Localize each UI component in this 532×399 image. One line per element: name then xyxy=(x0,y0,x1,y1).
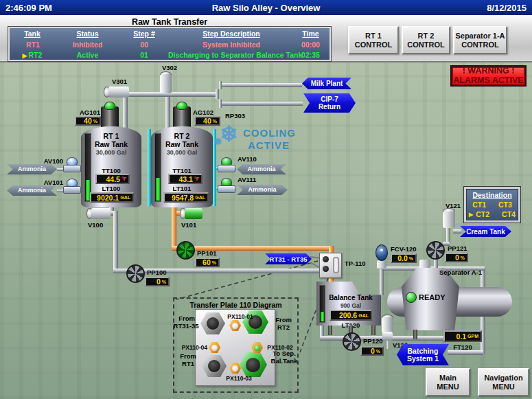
snowflake-icon: ❄ xyxy=(220,121,238,147)
pipe-end-flange xyxy=(216,89,219,99)
destination-marker-icon: ▶ xyxy=(469,212,473,218)
rt2-name: RT 2 xyxy=(151,132,213,140)
v100-valve[interactable] xyxy=(91,208,111,219)
ft120-flow-display: 0.1GPM xyxy=(443,330,482,342)
snowflake-small-icon: ❅ xyxy=(214,136,222,147)
av110-valve[interactable] xyxy=(218,165,235,172)
cooling-status-line1: COOLING xyxy=(243,127,296,139)
rt1-inlet-drop-pipe xyxy=(123,97,128,132)
cip-return-pipe xyxy=(220,102,303,106)
ft120-label: FT120 xyxy=(448,343,478,351)
port-to-sep-bal-tank-opening xyxy=(246,358,260,372)
destination-row-2: ▶ CT2 CT4 xyxy=(466,210,518,218)
cip7-return-flag: CIP-7Return xyxy=(303,93,356,113)
fcv-drop-pipe xyxy=(380,269,384,295)
navigation-menu-button[interactable]: NavigationMENU xyxy=(478,368,529,396)
av100-valve-actuator xyxy=(67,157,78,166)
ammonia-return-flag-left: Ammonia xyxy=(7,185,57,196)
destination-ct4: CT4 xyxy=(502,210,516,218)
port-tr-label-2: RT2 xyxy=(270,323,297,331)
transfer-plate-diagram-title: Transfer Plate 110 Diagram xyxy=(176,301,296,309)
av100-valve[interactable] xyxy=(63,165,81,172)
tt100-temperature-display: 44.5°F xyxy=(95,174,130,184)
destination-ct1: CT1 xyxy=(472,201,486,209)
separator-ready-light xyxy=(406,292,417,303)
port-bl-label-2: RT1 xyxy=(176,360,200,367)
v122-drain-stem xyxy=(386,341,389,349)
rt2-capacity: 30,000 Gal xyxy=(151,149,213,156)
separator-leg xyxy=(413,330,417,339)
ammonia-supply-flag-left: Ammonia xyxy=(7,164,57,174)
tp110-port-bottom xyxy=(323,266,329,272)
port-br-label-2: Bal.Tank xyxy=(268,357,301,365)
fcv120-indicator-dot xyxy=(380,249,383,251)
px110-03-label: PX110-03 xyxy=(223,375,255,382)
separator-status: READY xyxy=(419,293,450,301)
destination-row-1: CT1 CT3 xyxy=(466,201,518,209)
cip-return-pipe-flange xyxy=(219,100,222,108)
pp100-label: PP100 xyxy=(147,269,174,276)
px110-03-sensor-lens xyxy=(232,365,238,372)
fcv120-valve-body xyxy=(377,260,386,269)
rt1-capacity: 30,000 Gal xyxy=(81,149,141,156)
port-tr-label-1: From xyxy=(270,316,297,323)
destination-ct2: CT2 xyxy=(476,210,489,218)
balance-tank-leg xyxy=(371,326,375,335)
v100-label: V100 xyxy=(88,221,115,229)
v121-valve[interactable] xyxy=(443,212,455,228)
ag102-run-light xyxy=(176,102,187,110)
pp120-speed-display: 0% xyxy=(360,346,384,356)
v122-valve-body xyxy=(382,332,393,341)
lt100-label: LT100 xyxy=(81,185,141,192)
milk-plant-flag: Milk Plant xyxy=(302,78,351,89)
av101-valve-actuator xyxy=(67,179,78,187)
v302-label: V302 xyxy=(156,64,183,71)
main-menu-button[interactable]: MainMENU xyxy=(426,368,470,396)
pp121-label: PP121 xyxy=(448,244,474,252)
destination-ct3: CT3 xyxy=(498,201,512,209)
rt2-discharge-drop-pipe xyxy=(172,211,176,251)
lt101-level-display: 9547.8GAL xyxy=(163,192,209,203)
ag101-speed-display: 40% xyxy=(75,116,101,126)
pp120-pump[interactable] xyxy=(343,332,361,351)
pp100-pump[interactable] xyxy=(126,264,145,283)
port-from-rt1-opening xyxy=(208,360,220,372)
v101-valve[interactable] xyxy=(185,208,203,219)
balance-tank-leg xyxy=(328,326,332,335)
av101-valve[interactable] xyxy=(63,186,81,194)
balance-tank-capacity: 900 Gal xyxy=(325,302,377,309)
v302-valve[interactable] xyxy=(160,74,172,93)
pp100-speed-display: 0% xyxy=(145,277,170,286)
fcv120-valve[interactable] xyxy=(375,244,388,261)
pp101-label: PP101 xyxy=(197,249,224,257)
av110-label: AV110 xyxy=(238,155,264,163)
destination-title: Destination xyxy=(466,191,518,199)
v301-valve[interactable] xyxy=(108,87,129,98)
v101-label: V101 xyxy=(181,221,209,229)
rt1-name: RT 1 xyxy=(81,132,141,140)
av111-valve[interactable] xyxy=(218,185,235,193)
fcv120-label: FCV-120 xyxy=(391,245,421,253)
pp101-pump[interactable] xyxy=(176,241,195,260)
tt101-temperature-display: 43.1°F xyxy=(168,174,203,184)
milk-plant-pipe-flange xyxy=(219,81,222,89)
balance-tank-name: Balance Tank xyxy=(325,294,377,301)
px110-04-sensor-lens xyxy=(211,345,218,351)
px110-02-label: PX110-02 xyxy=(264,344,296,351)
port-from-rt31-35-opening xyxy=(207,317,219,330)
rt1-discharge-drop-pipe xyxy=(113,211,118,270)
destination-panel: Destination CT1 CT3 ▶ CT2 CT4 xyxy=(464,187,520,223)
pp101-speed-display: 60% xyxy=(195,258,220,267)
pp121-pump[interactable] xyxy=(426,241,445,260)
rt1-type: Raw Tank xyxy=(81,140,141,148)
v122-valve[interactable] xyxy=(382,317,393,333)
separator-label: Separator A-1 xyxy=(439,269,487,276)
ag101-run-light xyxy=(104,102,115,110)
port-tl-label-2: RT31-35 xyxy=(170,322,202,330)
batching-system-flag: BatchingSystem 1 xyxy=(397,344,449,365)
ag102-speed-display: 40% xyxy=(194,116,220,126)
cream-pump-outlet-pipe xyxy=(434,258,438,268)
rt31-rt35-source-flag: RT31 - RT35 xyxy=(265,253,312,264)
cream-valve-drop-pipe xyxy=(446,227,450,243)
tp110-jumper-slot xyxy=(333,257,339,273)
